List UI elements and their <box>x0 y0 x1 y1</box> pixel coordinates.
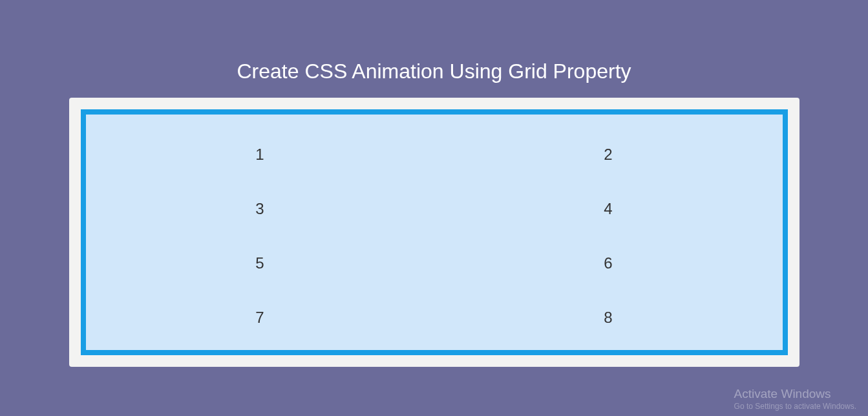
grid-cell-2: 2 <box>434 127 783 182</box>
grid-container: 1 2 3 4 5 6 7 8 <box>81 109 788 355</box>
watermark-title: Activate Windows <box>734 387 856 401</box>
grid-cell-7: 7 <box>86 290 434 345</box>
grid-cell-6: 6 <box>434 236 783 290</box>
grid-cell-8: 8 <box>434 290 783 345</box>
grid-cell-4: 4 <box>434 182 783 236</box>
watermark-subtitle: Go to Settings to activate Windows. <box>734 402 856 411</box>
demo-outer-container: 1 2 3 4 5 6 7 8 <box>69 98 799 367</box>
windows-activation-watermark: Activate Windows Go to Settings to activ… <box>734 387 856 411</box>
page-title: Create CSS Animation Using Grid Property <box>0 0 868 98</box>
grid-cell-5: 5 <box>86 236 434 290</box>
grid-cell-1: 1 <box>86 127 434 182</box>
grid-cell-3: 3 <box>86 182 434 236</box>
